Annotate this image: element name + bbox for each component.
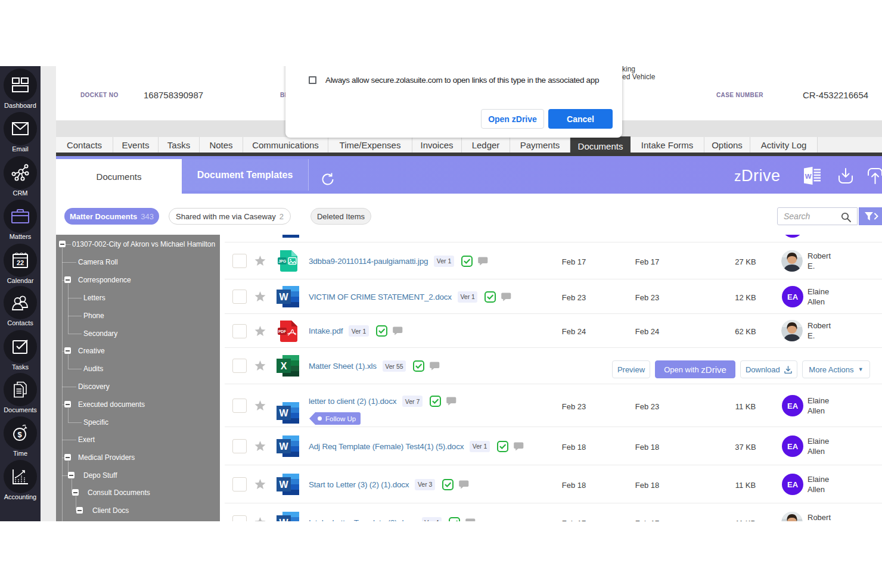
svg-text:W: W <box>805 173 812 180</box>
svg-text:$: $ <box>17 430 22 439</box>
svg-text:22: 22 <box>17 259 24 266</box>
